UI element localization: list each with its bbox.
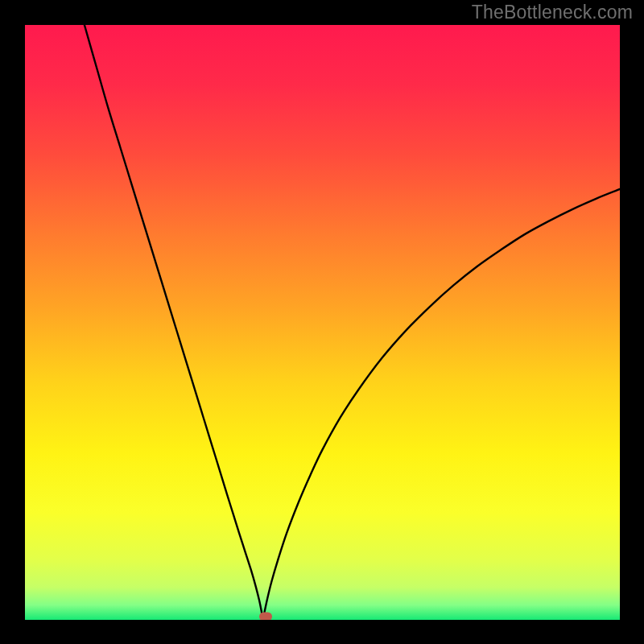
gradient-background [25, 25, 620, 620]
plot-area [25, 25, 620, 620]
chart-container: TheBottleneck.com [0, 0, 644, 644]
watermark-text: TheBottleneck.com [472, 2, 633, 23]
current-config-marker [259, 613, 272, 620]
plot-svg [25, 25, 620, 620]
